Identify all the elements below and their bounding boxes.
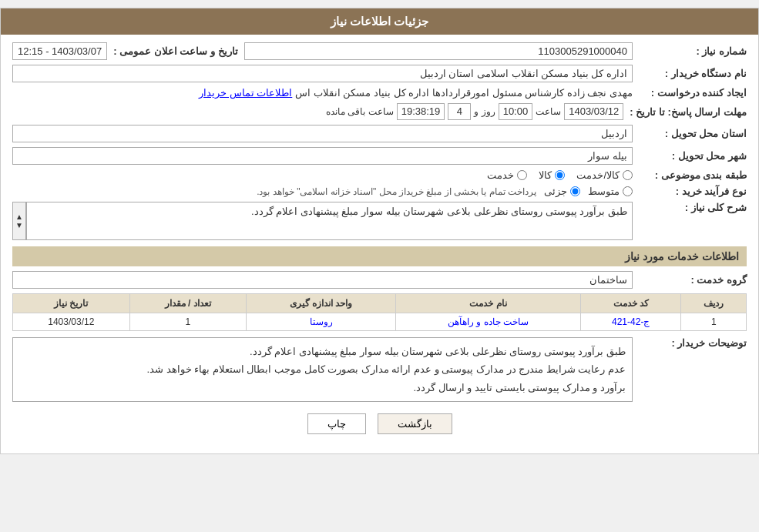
mohlat-row: مهلت ارسال پاسخ: تا تاریخ : 1403/03/12 س… xyxy=(12,103,747,120)
name-dastgah-row: نام دستگاه خریدار : اداره کل بنیاد مسکن … xyxy=(12,65,747,82)
page-wrapper: جزئیات اطلاعات نیاز شماره نیاز : 1103005… xyxy=(0,8,759,454)
khadamat-section-header: اطلاعات خدمات مورد نیاز xyxy=(12,246,747,266)
rooz-label: روز و xyxy=(474,106,495,117)
col-kod: کد خدمت xyxy=(580,294,681,313)
radio-motovaset[interactable] xyxy=(623,186,633,196)
content-area: شماره نیاز : 1103005291000040 تاریخ و سا… xyxy=(1,35,758,453)
buttons-row: بازگشت چاپ xyxy=(12,413,747,446)
page-title: جزئیات اطلاعات نیاز xyxy=(331,15,428,28)
radio-motovaset-label: متوسط xyxy=(588,186,620,197)
gorohe-khedmat-value: ساختمان xyxy=(12,271,633,289)
radio-kala-label: کالا xyxy=(539,169,552,181)
shahr-row: شهر محل تحویل : بیله سوار xyxy=(12,147,747,165)
saat-label: ساعت xyxy=(536,106,561,117)
print-button[interactable]: چاپ xyxy=(307,413,366,434)
radio-kala-khedmat-label: کالا/خدمت xyxy=(576,169,620,181)
name-dastgah-label: نام دستگاه خریدار : xyxy=(639,68,747,79)
ostan-row: استان محل تحویل : اردبیل xyxy=(12,125,747,142)
shomare-niaz-value: 1103005291000040 xyxy=(244,42,633,60)
date-time-group: 1403/03/12 ساعت 10:00 روز و 4 19:38:19 س… xyxy=(12,103,623,120)
radio-khedmat-item: خدمت xyxy=(487,169,527,181)
col-tarikh: تاریخ نیاز xyxy=(13,294,130,313)
tarikh-aalan-label: تاریخ و ساعت اعلان عمومی : xyxy=(113,45,237,57)
ijad-konande-label: ایجاد کننده درخواست : xyxy=(639,87,747,99)
radio-kala-item: کالا xyxy=(539,169,565,181)
mande-box: 19:38:19 xyxy=(397,103,445,120)
scroll-arrows[interactable]: ▲ ▼ xyxy=(12,202,26,240)
tabaghebandi-row: طبقه بندی موضوعی : کالا/خدمت کالا خدمت xyxy=(12,169,747,181)
ijad-konande-text: مهدی نجف زاده کارشناس مسئول امورقرارداده… xyxy=(295,87,633,99)
radio-jozei-label: جزئی xyxy=(544,186,567,197)
tarikh-box: 1403/03/12 xyxy=(564,103,623,120)
radio-jozei[interactable] xyxy=(570,186,580,196)
radio-khedmat[interactable] xyxy=(517,170,527,180)
page-header: جزئیات اطلاعات نیاز xyxy=(1,8,758,35)
sharh-row: شرح کلی نیاز : طبق برآورد پیوستی روستای … xyxy=(12,202,747,240)
rooz-box: 4 xyxy=(448,103,471,120)
tabaghebandi-radios: کالا/خدمت کالا خدمت xyxy=(12,169,633,181)
ostan-label: استان محل تحویل : xyxy=(639,128,747,139)
radio-khedmat-label: خدمت xyxy=(487,169,514,181)
sharh-value: طبق برآورد پیوستی روستای نظرعلی بلاعی شه… xyxy=(251,206,627,217)
radio-kala-khedmat[interactable] xyxy=(623,170,633,180)
shomare-niaz-row: شماره نیاز : 1103005291000040 تاریخ و سا… xyxy=(12,42,747,60)
col-name: نام خدمت xyxy=(396,294,581,313)
radio-jozei-item: جزئی xyxy=(544,186,580,197)
mohlat-label: مهلت ارسال پاسخ: تا تاریخ : xyxy=(630,106,747,118)
tabaghebandi-label: طبقه بندی موضوعی : xyxy=(639,169,747,181)
services-table: ردیف کد خدمت نام خدمت واحد اندازه گیری ت… xyxy=(12,293,747,331)
name-dastgah-value: اداره کل بنیاد مسکن انقلاب اسلامی استان … xyxy=(12,65,633,82)
tarikh-aalan-value: 1403/03/07 - 12:15 xyxy=(12,42,107,60)
tamas-khardar-link[interactable]: اطلاعات تماس خریدار xyxy=(199,87,292,99)
col-vahed: واحد اندازه گیری xyxy=(247,294,396,313)
col-tedad: تعداد / مقدار xyxy=(129,294,246,313)
col-radif: ردیف xyxy=(681,294,747,313)
sharh-label: شرح کلی نیاز : xyxy=(639,202,747,213)
ostan-value: اردبیل xyxy=(12,125,633,142)
scroll-up-icon[interactable]: ▲ xyxy=(15,212,23,221)
table-row: 1ج-42-421ساخت جاده و راهآهنروستا11403/03… xyxy=(13,313,747,331)
radio-kala-khedmat-item: کالا/خدمت xyxy=(576,169,633,181)
shahr-label: شهر محل تحویل : xyxy=(639,150,747,162)
shomare-niaz-label: شماره نیاز : xyxy=(639,45,747,57)
radio-motovaset-item: متوسط xyxy=(588,186,633,197)
tawzihat-value: طبق برآورد پیوستی روستای نظرعلی بلاعی شه… xyxy=(12,337,633,402)
gorohe-khedmat-label: گروه خدمت : xyxy=(639,274,747,286)
ijad-konande-row: ایجاد کننده درخواست : مهدی نجف زاده کارش… xyxy=(12,87,747,99)
scroll-down-icon[interactable]: ▼ xyxy=(15,221,23,229)
noe-farayand-label: نوع فرآیند خرید : xyxy=(639,186,747,197)
noe-farayand-row: نوع فرآیند خرید : متوسط جزئی پرداخت تمام… xyxy=(12,186,747,197)
radio-kala[interactable] xyxy=(555,170,565,180)
gorohe-khedmat-row: گروه خدمت : ساختمان xyxy=(12,271,747,289)
farayand-desc: پرداخت تمام یا بخشی از مبلغ خریداز محل "… xyxy=(257,186,536,197)
mande-label: ساعت باقی مانده xyxy=(326,106,394,117)
sharh-value-box: طبق برآورد پیوستی روستای نظرعلی بلاعی شه… xyxy=(26,202,633,240)
tawzihat-row: توضیحات خریدار : طبق برآورد پیوستی روستا… xyxy=(12,337,747,402)
saat-box: 10:00 xyxy=(499,103,533,120)
shahr-value: بیله سوار xyxy=(12,147,633,165)
back-button[interactable]: بازگشت xyxy=(378,413,452,434)
tawzihat-label: توضیحات خریدار : xyxy=(639,337,747,349)
